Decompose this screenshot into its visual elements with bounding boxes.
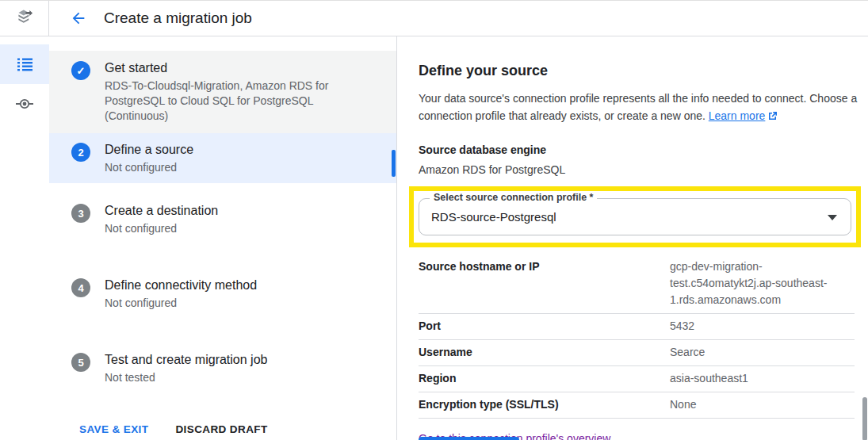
external-link-icon (767, 109, 778, 126)
nav-migration-jobs[interactable] (0, 44, 49, 84)
detail-value: gcp-dev-migration-test.c54omatykt2j.ap-s… (670, 258, 855, 308)
step-title: Get started (105, 60, 360, 76)
step-subtitle: RDS-To-Cloudsql-Migration, Amazon RDS fo… (105, 78, 360, 124)
table-row: Source hostname or IP gcp-dev-migration-… (419, 254, 855, 314)
connection-profile-icon (16, 97, 33, 111)
wizard-step-create-destination[interactable]: 3 Create a destination Not configured (49, 193, 396, 246)
wizard-step-test-create[interactable]: 5 Test and create migration job Not test… (49, 342, 396, 395)
dms-logo (0, 1, 49, 36)
list-icon (17, 58, 33, 71)
step-completed-check-icon: ✓ (71, 61, 90, 80)
detail-label: Encryption type (SSL/TLS) (419, 396, 670, 413)
nav-connection-profiles[interactable] (0, 90, 49, 117)
database-migration-logo-icon (13, 7, 36, 29)
intro-text: Your data source's connection profile re… (419, 92, 857, 122)
detail-label: Region (419, 370, 670, 387)
page-scrollbar-thumb[interactable] (862, 397, 867, 440)
wizard-actions: SAVE & EXIT DISCARD DRAFT (79, 423, 396, 435)
back-button[interactable] (69, 9, 88, 28)
step-number-badge: 4 (71, 278, 90, 297)
step-subtitle: Not configured (105, 160, 193, 175)
define-source-panel: Define your source Your data source's co… (397, 36, 862, 440)
detail-value: None (670, 396, 855, 413)
step-subtitle: Not configured (105, 296, 257, 311)
detail-label: Port (419, 318, 670, 335)
wizard-step-define-source[interactable]: 2 Define a source Not configured (49, 133, 396, 183)
step-title: Define connectivity method (105, 277, 257, 293)
annotation-highlight-box: Select source connection profile * RDS-s… (409, 186, 861, 247)
engine-value: Amazon RDS for PostgreSQL (419, 163, 862, 176)
arrow-back-icon (70, 10, 87, 27)
detail-label: Source hostname or IP (419, 258, 670, 308)
page-title: Create a migration job (104, 10, 252, 27)
dropdown-caret-icon (828, 215, 837, 220)
step-title: Create a destination (105, 203, 218, 219)
step-number-badge: 5 (71, 353, 90, 372)
save-continue-button-partial[interactable] (419, 437, 519, 440)
detail-label: Username (419, 344, 670, 361)
table-row: Username Searce (419, 340, 855, 366)
step-subtitle: Not configured (105, 221, 218, 236)
discard-draft-button[interactable]: DISCARD DRAFT (175, 423, 267, 435)
wizard-scrollbar-thumb[interactable] (392, 150, 396, 177)
engine-label: Source database engine (419, 143, 862, 156)
left-nav-rail (0, 37, 49, 440)
detail-value: 5432 (670, 318, 855, 335)
table-row: Port 5432 (419, 314, 855, 340)
learn-more-link[interactable]: Learn more (709, 109, 778, 122)
step-number-badge: 2 (71, 143, 90, 162)
source-connection-profile-select[interactable]: Select source connection profile * RDS-s… (419, 198, 851, 235)
intro-paragraph: Your data source's connection profile re… (419, 90, 862, 126)
step-number-badge: 3 (71, 204, 90, 223)
table-row: Region asia-southeast1 (419, 366, 855, 392)
app-header: Create a migration job (0, 1, 868, 36)
wizard-step-connectivity-method[interactable]: 4 Define connectivity method Not configu… (49, 268, 396, 320)
step-title: Test and create migration job (105, 352, 267, 368)
save-and-exit-button[interactable]: SAVE & EXIT (79, 423, 148, 435)
section-heading: Define your source (419, 62, 862, 79)
select-current-value: RDS-source-Postgresql (419, 199, 851, 235)
step-subtitle: Not tested (105, 370, 267, 385)
detail-value: asia-southeast1 (670, 370, 855, 387)
table-row: Encryption type (SSL/TLS) None (419, 392, 855, 419)
detail-value: Searce (670, 344, 855, 361)
wizard-step-get-started[interactable]: ✓ Get started RDS-To-Cloudsql-Migration,… (49, 51, 396, 133)
wizard-steps-panel: ✓ Get started RDS-To-Cloudsql-Migration,… (49, 37, 396, 440)
connection-details-table: Source hostname or IP gcp-dev-migration-… (419, 254, 855, 419)
step-title: Define a source (105, 142, 193, 158)
select-floating-label: Select source connection profile * (430, 192, 597, 204)
